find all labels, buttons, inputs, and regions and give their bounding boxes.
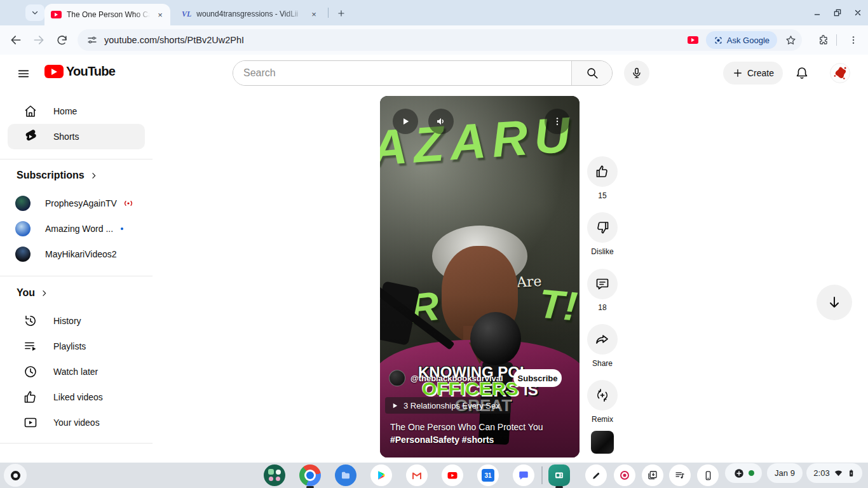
create-button[interactable]: Create [723,62,783,85]
next-short-button[interactable] [817,285,852,320]
subscribe-button[interactable]: Subscribe [513,369,562,387]
reload-button[interactable] [52,30,71,50]
sidebar-item-your-videos[interactable]: Your videos [0,410,153,435]
shelf-app-chat[interactable] [513,464,534,486]
ask-google-label: Ask Google [727,36,770,45]
sidebar-item-liked-videos[interactable]: Liked videos [0,384,153,410]
sidebar-item-label: Playlists [53,341,86,351]
comments-button[interactable] [587,269,618,299]
sidebar-item-history[interactable]: History [0,308,153,334]
shelf-app-calendar[interactable]: 31 [477,464,499,486]
tab-close-icon[interactable]: × [309,9,319,19]
files-icon [340,470,351,481]
site-info-icon[interactable] [86,34,98,46]
shelf-app-phone-hub[interactable] [697,464,719,486]
tab-vidlii[interactable]: VL wound4transgressions - VidLii × [178,5,323,23]
shelf-notification-pill[interactable] [725,463,762,483]
gmail-icon [411,470,423,481]
share-button[interactable] [587,324,618,355]
window-minimize-button[interactable] [810,6,825,20]
like-button[interactable] [587,156,618,187]
shelf-app-explore[interactable] [264,464,285,486]
dislike-button[interactable] [587,212,618,243]
remix-button[interactable] [587,380,618,410]
ask-google-button[interactable]: Ask Google [706,31,777,49]
channel-label: ProphesyAgainTV [45,198,117,208]
tab-close-icon[interactable]: × [155,10,165,20]
shelf-app-playstore[interactable] [370,464,392,486]
account-avatar[interactable] [830,63,850,83]
youtube-site-icon[interactable] [688,36,698,44]
channel-label: MayHikariVideos2 [45,249,117,259]
tab-youtube[interactable]: The One Person Who Can Prot × [44,4,170,25]
search-input[interactable] [233,61,571,85]
sidebar-item-label: Watch later [53,367,98,377]
subscription-amazing-word[interactable]: Amazing Word ... [0,216,153,241]
thumb-up-icon [595,164,610,179]
search-button[interactable] [571,61,612,85]
shorts-icon [23,129,38,144]
new-tab-button[interactable] [333,5,349,22]
video-hashtags[interactable]: #PersonalSafety #shorts [390,435,494,445]
extensions-button[interactable] [815,32,831,48]
browser-menu-button[interactable] [845,32,862,48]
window-restore-button[interactable] [830,6,845,20]
arrow-down-icon [827,295,842,310]
subscriptions-header[interactable]: Subscriptions [17,170,98,181]
youtube-logo[interactable]: YouTube [44,64,115,79]
minimize-icon [813,8,822,17]
shelf-app-news[interactable] [548,464,570,486]
sidebar-divider [0,276,153,276]
calendar-icon: 31 [482,469,494,482]
channel-handle[interactable]: @theblackbooksurvival [410,374,503,383]
shelf-app-screen-record[interactable] [614,464,635,486]
sidebar-item-watch-later[interactable]: Watch later [0,359,153,384]
shelf-date-pill[interactable]: Jan 9 [767,463,803,483]
watch-later-icon [23,364,38,379]
sidebar-item-playlists[interactable]: Playlists [0,334,153,359]
back-button[interactable] [6,30,25,50]
battery-icon [847,468,855,478]
arrow-left-icon [10,34,22,46]
address-bar[interactable]: youtube.com/shorts/PtBv2Uw2PhI Ask Googl… [78,29,802,51]
window-close-button[interactable] [850,6,865,20]
url-text[interactable]: youtube.com/shorts/PtBv2Uw2PhI [104,35,688,45]
notifications-button[interactable] [793,64,811,82]
status-tray[interactable]: 2:03 [806,463,862,483]
bookmark-star-icon[interactable] [785,34,797,46]
you-header[interactable]: You [17,287,48,299]
channel-avatar[interactable] [389,370,405,386]
sidebar-item-label: History [53,316,81,326]
mute-button[interactable] [428,109,454,134]
sidebar-item-home[interactable]: Home [0,98,153,124]
guide-menu-button[interactable] [14,64,33,83]
music-queue-icon [674,470,686,481]
video-more-button[interactable] [545,109,570,134]
shelf-app-screen-capture[interactable] [642,464,663,486]
chat-bubble-icon [518,470,529,481]
play-button[interactable] [393,109,418,134]
shelf-app-files[interactable] [335,464,356,486]
shelf-app-media-queue[interactable] [669,464,691,486]
google-lens-icon [714,36,723,45]
vidlii-favicon: VL [182,10,191,19]
forward-button[interactable] [29,30,48,50]
tab-divider [328,8,329,18]
launcher-button[interactable] [4,464,27,487]
toolbar-divider [836,34,837,46]
subscription-prophesyagaintv[interactable]: ProphesyAgainTV [0,191,153,216]
shelf-app-chrome[interactable] [299,464,321,486]
tab-search-button[interactable] [25,4,44,21]
voice-search-button[interactable] [624,60,649,86]
video-title[interactable]: The One Person Who Can Protect You [390,422,543,432]
shelf-app-annotate[interactable] [585,464,607,486]
sidebar-item-shorts[interactable]: Shorts [8,124,145,149]
subscription-mayhikarivideos2[interactable]: MayHikariVideos2 [0,241,153,267]
sidebar-item-label: Shorts [53,132,79,142]
shorts-player[interactable]: AZARU ER T! You Are KNOWING POL OFFICERS… [380,96,580,458]
shelf-app-gmail[interactable] [406,464,428,486]
playlist-row[interactable]: 3 Relationships Every Sex [385,397,511,414]
video-channel-avatar[interactable] [591,431,614,454]
shelf-app-youtube[interactable] [442,464,463,486]
refresh-icon [56,34,68,46]
